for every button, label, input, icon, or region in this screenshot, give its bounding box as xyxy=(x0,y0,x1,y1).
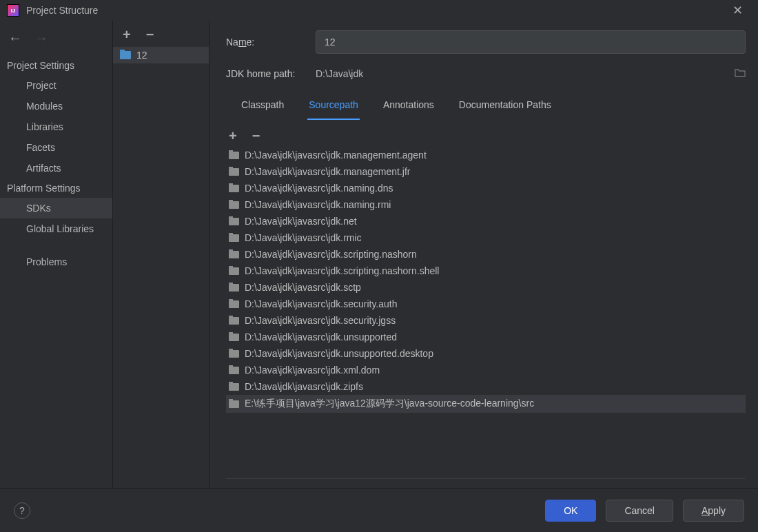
nav-item-problems[interactable]: Problems xyxy=(0,252,112,272)
nav-item-libraries[interactable]: Libraries xyxy=(0,116,112,137)
nav-back-icon[interactable]: ← xyxy=(8,30,22,46)
sourcepath-item[interactable]: D:\Java\jdk\javasrc\jdk.scripting.nashor… xyxy=(226,263,746,279)
sourcepath-item[interactable]: D:\Java\jdk\javasrc\jdk.security.jgss xyxy=(226,312,746,329)
sourcepath-item[interactable]: D:\Java\jdk\javasrc\jdk.zipfs xyxy=(226,378,746,395)
tab-documentation-paths[interactable]: Documentation Paths xyxy=(458,94,553,120)
folder-icon xyxy=(229,367,239,374)
sourcepath-item-label: D:\Java\jdk\javasrc\jdk.naming.dns xyxy=(245,183,393,194)
sourcepath-item-label: D:\Java\jdk\javasrc\jdk.management.agent xyxy=(245,150,427,161)
nav-item-project[interactable]: Project xyxy=(0,75,112,96)
sourcepath-item[interactable]: D:\Java\jdk\javasrc\jdk.security.auth xyxy=(226,296,746,312)
nav-section-project-settings: Project Settings xyxy=(0,56,112,75)
sourcepath-item-label: D:\Java\jdk\javasrc\jdk.naming.rmi xyxy=(245,199,391,210)
sidebar-nav: ← → Project Settings ProjectModulesLibra… xyxy=(0,21,112,488)
sourcepath-item-label: D:\Java\jdk\javasrc\jdk.zipfs xyxy=(245,381,363,392)
sourcepath-item[interactable]: D:\Java\jdk\javasrc\jdk.unsupported.desk… xyxy=(226,345,746,362)
sourcepath-item-label: D:\Java\jdk\javasrc\jdk.scripting.nashor… xyxy=(245,249,417,260)
sourcepath-item-label: D:\Java\jdk\javasrc\jdk.scripting.nashor… xyxy=(245,265,439,276)
tab-annotations[interactable]: Annotations xyxy=(382,94,436,120)
folder-icon xyxy=(229,350,239,358)
sourcepath-item[interactable]: D:\Java\jdk\javasrc\jdk.naming.dns xyxy=(226,180,746,196)
sourcepath-item[interactable]: D:\Java\jdk\javasrc\jdk.scripting.nashor… xyxy=(226,246,746,263)
apply-button[interactable]: Apply xyxy=(683,500,744,522)
remove-sourcepath-button[interactable]: − xyxy=(252,129,260,143)
sdk-folder-icon xyxy=(120,51,131,59)
name-input[interactable] xyxy=(316,30,746,54)
sourcepath-item[interactable]: E:\练手项目\java学习\java12源码学习\java-source-co… xyxy=(226,395,746,413)
sourcepath-item-label: D:\Java\jdk\javasrc\jdk.rmic xyxy=(245,232,362,243)
nav-item-artifacts[interactable]: Artifacts xyxy=(0,158,112,178)
folder-icon xyxy=(229,383,239,391)
window-title: Project Structure xyxy=(26,5,98,16)
jdk-home-path-value: D:\Java\jdk xyxy=(316,68,735,79)
folder-icon xyxy=(229,185,239,192)
folder-icon xyxy=(229,201,239,209)
sdk-list-item[interactable]: 12 xyxy=(113,47,209,63)
tab-classpath[interactable]: Classpath xyxy=(240,94,285,120)
nav-section-platform-settings: Platform Settings xyxy=(0,178,112,198)
titlebar: IJ Project Structure ✕ xyxy=(0,0,758,21)
folder-icon xyxy=(229,152,239,159)
nav-forward-icon[interactable]: → xyxy=(34,30,48,46)
folder-icon xyxy=(229,334,239,341)
sourcepath-item[interactable]: D:\Java\jdk\javasrc\jdk.management.jfr xyxy=(226,163,746,180)
sdk-list-panel: + − 12 xyxy=(112,21,209,488)
close-icon[interactable]: ✕ xyxy=(724,3,751,18)
folder-icon xyxy=(229,251,239,258)
remove-sdk-button[interactable]: − xyxy=(146,28,154,41)
folder-icon xyxy=(229,300,239,308)
browse-folder-icon[interactable] xyxy=(735,68,746,80)
sourcepath-item[interactable]: D:\Java\jdk\javasrc\jdk.net xyxy=(226,213,746,229)
folder-icon xyxy=(229,234,239,242)
sourcepath-item[interactable]: D:\Java\jdk\javasrc\jdk.management.agent xyxy=(226,147,746,163)
sourcepath-item[interactable]: D:\Java\jdk\javasrc\jdk.unsupported xyxy=(226,329,746,345)
app-icon: IJ xyxy=(7,4,19,17)
help-button[interactable]: ? xyxy=(14,502,30,519)
sourcepath-item[interactable]: D:\Java\jdk\javasrc\jdk.rmic xyxy=(226,229,746,246)
name-label: Name: xyxy=(226,37,316,48)
nav-item-modules[interactable]: Modules xyxy=(0,96,112,116)
folder-icon xyxy=(229,317,239,325)
sourcepath-item[interactable]: D:\Java\jdk\javasrc\jdk.naming.rmi xyxy=(226,196,746,213)
cancel-button[interactable]: Cancel xyxy=(606,500,673,522)
folder-icon xyxy=(229,267,239,275)
sourcepath-item-label: D:\Java\jdk\javasrc\jdk.management.jfr xyxy=(245,166,410,177)
nav-item-facets[interactable]: Facets xyxy=(0,137,112,158)
folder-icon xyxy=(229,218,239,225)
sourcepath-item[interactable]: D:\Java\jdk\javasrc\jdk.xml.dom xyxy=(226,362,746,378)
ok-button[interactable]: OK xyxy=(545,500,596,522)
sourcepath-item-label: D:\Java\jdk\javasrc\jdk.unsupported xyxy=(245,331,397,342)
dialog-footer: ? OK Cancel Apply xyxy=(0,488,758,532)
sourcepath-item[interactable]: D:\Java\jdk\javasrc\jdk.sctp xyxy=(226,279,746,296)
sourcepath-item-label: D:\Java\jdk\javasrc\jdk.sctp xyxy=(245,282,361,293)
nav-item-sdks[interactable]: SDKs xyxy=(0,198,112,218)
sourcepath-item-label: D:\Java\jdk\javasrc\jdk.net xyxy=(245,216,357,227)
add-sdk-button[interactable]: + xyxy=(123,28,131,41)
folder-icon xyxy=(229,284,239,291)
tab-sourcepath[interactable]: Sourcepath xyxy=(307,94,360,120)
sourcepath-list[interactable]: D:\Java\jdk\javasrc\jdk.management.agent… xyxy=(226,147,746,475)
sourcepath-item-label: D:\Java\jdk\javasrc\jdk.security.auth xyxy=(245,298,398,309)
sdk-detail-panel: Name: JDK home path: D:\Java\jdk Classpa… xyxy=(209,21,758,488)
folder-icon xyxy=(229,400,239,408)
sourcepath-item-label: D:\Java\jdk\javasrc\jdk.security.jgss xyxy=(245,315,396,326)
horizontal-scrollbar[interactable] xyxy=(226,478,746,488)
sdk-item-label: 12 xyxy=(136,50,147,61)
sourcepath-item-label: E:\练手项目\java学习\java12源码学习\java-source-co… xyxy=(245,398,534,410)
add-sourcepath-button[interactable]: + xyxy=(229,129,237,143)
nav-item-global-libraries[interactable]: Global Libraries xyxy=(0,218,112,239)
jdk-home-path-label: JDK home path: xyxy=(226,68,316,79)
sourcepath-item-label: D:\Java\jdk\javasrc\jdk.unsupported.desk… xyxy=(245,348,433,359)
sourcepath-item-label: D:\Java\jdk\javasrc\jdk.xml.dom xyxy=(245,365,380,376)
folder-icon xyxy=(229,168,239,176)
